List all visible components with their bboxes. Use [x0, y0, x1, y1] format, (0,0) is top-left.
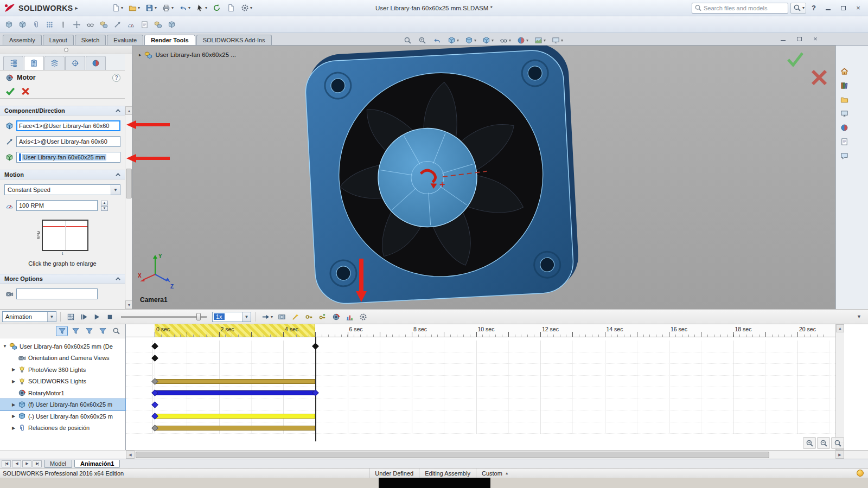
panel-help-button[interactable]: ? — [112, 74, 120, 82]
tree-item[interactable]: Orientation and Camera Views — [0, 352, 125, 364]
zoom-fit-button[interactable] — [401, 35, 413, 46]
hide-show-items-button[interactable]: ▾ — [497, 35, 512, 46]
collapse-chevron-icon[interactable] — [116, 109, 120, 113]
more-options-field[interactable] — [16, 288, 98, 299]
view-settings-button[interactable]: ▾ — [550, 35, 564, 46]
filter-selected-button[interactable] — [83, 326, 95, 336]
dropdown-arrow-icon[interactable]: ▾ — [492, 38, 494, 43]
dropdown-arrow-icon[interactable]: ▾ — [474, 38, 476, 43]
edit-component-button[interactable] — [3, 19, 15, 30]
keyframe-diamond[interactable] — [151, 355, 158, 362]
collapse-chevron-icon[interactable] — [116, 173, 120, 177]
zoom-out-button[interactable] — [817, 437, 830, 449]
add-key-button[interactable] — [316, 311, 328, 322]
filter-driving-button[interactable] — [69, 326, 81, 336]
animation-wizard-button[interactable] — [289, 311, 301, 322]
expand-arrow-icon[interactable]: ▶ — [10, 379, 17, 384]
collapse-chevron-icon[interactable] — [116, 277, 120, 281]
timeline-row[interactable] — [126, 410, 835, 422]
motor-button[interactable] — [330, 311, 342, 322]
scroll-thumb[interactable] — [136, 452, 769, 458]
new-document-button[interactable]: ▾ — [110, 3, 124, 14]
tree-item[interactable]: ▶PhotoView 360 Lights — [0, 364, 125, 376]
dropdown-arrow-icon[interactable]: ▾ — [509, 38, 511, 43]
expand-arrow-icon[interactable]: ▼ — [2, 344, 8, 349]
doc-close-button[interactable]: × — [809, 35, 821, 43]
dropdown-arrow-icon[interactable]: ▼ — [47, 312, 56, 322]
tree-item[interactable]: RotaryMotor1 — [0, 387, 125, 399]
instant-3d-button[interactable] — [165, 19, 177, 30]
timeline-row[interactable] — [126, 399, 835, 411]
motor-speed-field[interactable]: 100 RPM — [16, 200, 98, 211]
display-style-button[interactable]: ▾ — [480, 35, 495, 46]
dropdown-arrow-icon[interactable]: ▾ — [271, 314, 273, 319]
undo-button[interactable]: ▾ — [177, 3, 192, 14]
insert-components-button[interactable] — [16, 19, 28, 30]
face-reference-field[interactable]: Face<1>@User Library-fan 60x60 — [16, 120, 120, 131]
panel-splitter[interactable] — [0, 46, 132, 54]
expand-arrow-icon[interactable]: ▶ — [10, 426, 17, 431]
scroll-right-icon[interactable]: ▶ — [835, 451, 844, 459]
dropdown-arrow-icon[interactable]: ▾ — [205, 5, 207, 10]
tab-layout[interactable]: Layout — [43, 35, 74, 45]
view-palette-button[interactable] — [838, 107, 850, 119]
play-button[interactable] — [91, 311, 103, 322]
tree-item[interactable]: ▶(f) User Library-fan 60x60x25 m — [0, 399, 125, 411]
motor-profile-graph[interactable] — [42, 220, 88, 251]
motion-type-select[interactable]: Constant Speed ▼ — [4, 184, 120, 195]
filter-results-button[interactable] — [97, 326, 108, 336]
tab-render-tools[interactable]: Render Tools — [144, 35, 195, 45]
brand-expand-arrow[interactable]: ▸ — [75, 5, 78, 11]
timeline-change-bar[interactable] — [155, 414, 315, 419]
expand-arrow-icon[interactable]: ▸ — [139, 52, 142, 57]
timeline-pane[interactable]: 0 sec2 sec4 sec6 sec8 sec10 sec12 sec14 … — [126, 324, 835, 450]
solidworks-forum-button[interactable] — [838, 150, 850, 162]
search-button[interactable]: ▾ — [790, 3, 806, 14]
dropdown-arrow-icon[interactable]: ▾ — [188, 5, 190, 10]
status-configuration[interactable]: Custom▲ — [476, 468, 611, 478]
appearances-scenes-button[interactable] — [838, 121, 850, 133]
cancel-button[interactable] — [21, 87, 30, 97]
dropdown-arrow-icon[interactable]: ▾ — [171, 5, 174, 10]
confirm-ok-button[interactable] — [787, 52, 804, 67]
design-library-button[interactable] — [838, 79, 850, 91]
toolbar-overflow-icon[interactable]: ▼ — [857, 314, 861, 319]
fan-3d-model[interactable] — [297, 46, 590, 309]
tab-animación1[interactable]: Animación1 — [74, 460, 120, 468]
scroll-thumb[interactable] — [126, 169, 132, 198]
confirm-cancel-button[interactable] — [810, 69, 828, 86]
search-input[interactable]: Search files and models — [692, 3, 788, 14]
tab-assembly[interactable]: Assembly — [3, 35, 42, 45]
motion-study-properties-button[interactable] — [357, 311, 369, 322]
timeline-ruler[interactable]: 0 sec2 sec4 sec6 sec8 sec10 sec12 sec14 … — [126, 324, 835, 337]
axis-reference-field[interactable]: Axis<1>@User Library-fan 60x60 — [16, 136, 120, 147]
filter-animated-button[interactable] — [56, 326, 68, 336]
tab-evaluate[interactable]: Evaluate — [107, 35, 143, 45]
expand-arrow-icon[interactable]: ▶ — [10, 414, 17, 419]
graphics-area[interactable]: ▸ User Library-fan 60x60x25 ... — [132, 46, 835, 309]
timeline-row[interactable] — [126, 364, 835, 376]
save-document-button[interactable]: ▾ — [143, 3, 158, 14]
stepper-down-icon[interactable]: ▼ — [101, 206, 108, 211]
expand-arrow-icon[interactable]: ▶ — [10, 367, 17, 372]
panel-scrollbar[interactable]: ▲ ▼ — [125, 106, 132, 309]
file-explorer-button[interactable] — [838, 93, 850, 105]
scroll-up-icon[interactable]: ▲ — [125, 106, 132, 115]
zoom-selection-button[interactable] — [110, 326, 122, 336]
smart-fasteners-button[interactable] — [57, 19, 69, 30]
previous-view-button[interactable] — [431, 35, 443, 46]
timeline-row[interactable] — [126, 341, 835, 352]
maximize-button[interactable] — [837, 3, 850, 13]
last-tab-button[interactable]: ▶| — [33, 460, 42, 467]
keyframe-diamond[interactable] — [151, 401, 158, 408]
scroll-up-icon[interactable]: ▲ — [836, 324, 844, 332]
zoom-in-button[interactable] — [803, 437, 816, 449]
timeline-position-slider[interactable] — [121, 312, 207, 322]
tab-configuration-manager[interactable] — [44, 56, 65, 70]
keyframe-diamond[interactable] — [151, 343, 158, 350]
feature-tree-flyout[interactable]: ▸ User Library-fan 60x60x25 ... — [139, 50, 236, 60]
calculate-button[interactable] — [65, 311, 76, 322]
solidworks-resources-button[interactable] — [838, 65, 850, 77]
timeline-change-bar[interactable] — [155, 390, 315, 395]
scroll-down-icon[interactable]: ▼ — [125, 300, 132, 309]
